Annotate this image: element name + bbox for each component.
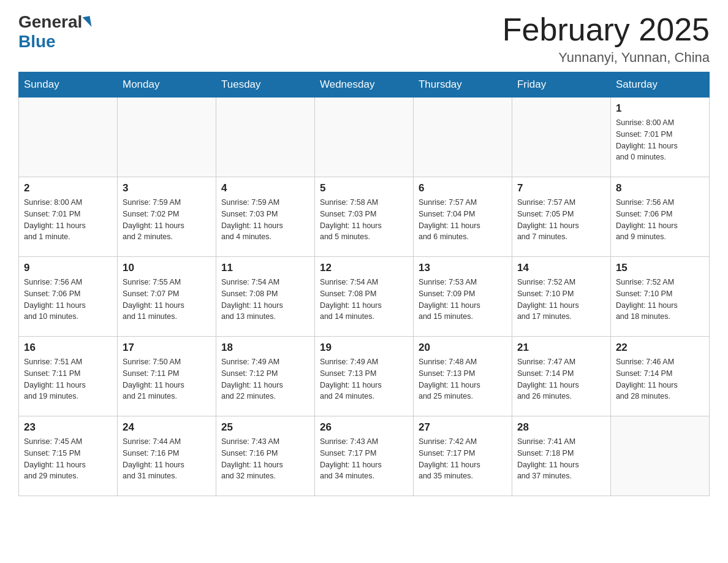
logo-blue-text: Blue — [18, 32, 56, 52]
title-block: February 2025 Yunnanyi, Yunnan, China — [502, 12, 710, 66]
calendar-cell: 10Sunrise: 7:55 AMSunset: 7:07 PMDayligh… — [117, 257, 216, 337]
day-info: Sunrise: 7:42 AMSunset: 7:17 PMDaylight:… — [419, 436, 507, 482]
day-info: Sunrise: 7:44 AMSunset: 7:16 PMDaylight:… — [123, 436, 211, 482]
day-number: 24 — [123, 421, 211, 434]
day-info: Sunrise: 7:58 AMSunset: 7:03 PMDaylight:… — [320, 197, 408, 243]
calendar-cell: 1Sunrise: 8:00 AMSunset: 7:01 PMDaylight… — [610, 98, 709, 177]
calendar-cell: 15Sunrise: 7:52 AMSunset: 7:10 PMDayligh… — [610, 257, 709, 337]
day-number: 1 — [616, 102, 704, 115]
calendar-cell: 13Sunrise: 7:53 AMSunset: 7:09 PMDayligh… — [413, 257, 512, 337]
calendar-cell: 27Sunrise: 7:42 AMSunset: 7:17 PMDayligh… — [413, 416, 512, 496]
logo: General Blue — [18, 12, 92, 52]
calendar-cell: 8Sunrise: 7:56 AMSunset: 7:06 PMDaylight… — [610, 177, 709, 257]
day-info: Sunrise: 7:57 AMSunset: 7:05 PMDaylight:… — [517, 197, 605, 243]
calendar-cell: 3Sunrise: 7:59 AMSunset: 7:02 PMDaylight… — [117, 177, 216, 257]
day-info: Sunrise: 7:46 AMSunset: 7:14 PMDaylight:… — [616, 356, 704, 402]
day-number: 15 — [616, 262, 704, 274]
calendar-cell — [216, 98, 314, 177]
day-number: 7 — [517, 182, 605, 194]
day-info: Sunrise: 7:56 AMSunset: 7:06 PMDaylight:… — [616, 197, 704, 243]
day-info: Sunrise: 7:51 AMSunset: 7:11 PMDaylight:… — [24, 356, 112, 402]
calendar-cell: 18Sunrise: 7:49 AMSunset: 7:12 PMDayligh… — [216, 337, 314, 416]
day-number: 17 — [123, 342, 211, 354]
calendar-cell: 25Sunrise: 7:43 AMSunset: 7:16 PMDayligh… — [216, 416, 314, 496]
calendar-week-row: 1Sunrise: 8:00 AMSunset: 7:01 PMDaylight… — [19, 98, 710, 177]
day-info: Sunrise: 7:56 AMSunset: 7:06 PMDaylight:… — [24, 277, 112, 323]
calendar-cell: 20Sunrise: 7:48 AMSunset: 7:13 PMDayligh… — [413, 337, 512, 416]
column-header-saturday: Saturday — [610, 72, 709, 98]
column-header-wednesday: Wednesday — [314, 72, 413, 98]
day-info: Sunrise: 7:55 AMSunset: 7:07 PMDaylight:… — [123, 277, 211, 323]
day-info: Sunrise: 7:49 AMSunset: 7:13 PMDaylight:… — [320, 356, 408, 402]
calendar-cell: 16Sunrise: 7:51 AMSunset: 7:11 PMDayligh… — [19, 337, 118, 416]
day-info: Sunrise: 8:00 AMSunset: 7:01 PMDaylight:… — [24, 197, 112, 243]
day-number: 13 — [419, 262, 507, 274]
day-info: Sunrise: 7:57 AMSunset: 7:04 PMDaylight:… — [419, 197, 507, 243]
calendar-cell: 21Sunrise: 7:47 AMSunset: 7:14 PMDayligh… — [512, 337, 610, 416]
day-info: Sunrise: 8:00 AMSunset: 7:01 PMDaylight:… — [616, 117, 704, 163]
day-info: Sunrise: 7:54 AMSunset: 7:08 PMDaylight:… — [320, 277, 408, 323]
day-info: Sunrise: 7:48 AMSunset: 7:13 PMDaylight:… — [419, 356, 507, 402]
column-header-tuesday: Tuesday — [216, 72, 314, 98]
calendar-week-row: 9Sunrise: 7:56 AMSunset: 7:06 PMDaylight… — [19, 257, 710, 337]
day-number: 18 — [221, 342, 309, 354]
day-info: Sunrise: 7:50 AMSunset: 7:11 PMDaylight:… — [123, 356, 211, 402]
calendar-cell — [610, 416, 709, 496]
day-info: Sunrise: 7:41 AMSunset: 7:18 PMDaylight:… — [517, 436, 605, 482]
calendar-cell: 6Sunrise: 7:57 AMSunset: 7:04 PMDaylight… — [413, 177, 512, 257]
day-info: Sunrise: 7:49 AMSunset: 7:12 PMDaylight:… — [221, 356, 309, 402]
day-number: 28 — [517, 421, 605, 434]
day-number: 21 — [517, 342, 605, 354]
day-number: 3 — [123, 182, 211, 194]
day-number: 26 — [320, 421, 408, 434]
page-header: General Blue February 2025 Yunnanyi, Yun… — [18, 12, 710, 66]
logo-arrow-icon — [83, 16, 92, 28]
calendar-cell: 11Sunrise: 7:54 AMSunset: 7:08 PMDayligh… — [216, 257, 314, 337]
column-header-friday: Friday — [512, 72, 610, 98]
calendar-cell: 14Sunrise: 7:52 AMSunset: 7:10 PMDayligh… — [512, 257, 610, 337]
day-number: 9 — [24, 262, 112, 274]
day-number: 23 — [24, 421, 112, 434]
calendar-cell — [512, 98, 610, 177]
day-info: Sunrise: 7:59 AMSunset: 7:02 PMDaylight:… — [123, 197, 211, 243]
day-number: 2 — [24, 182, 112, 194]
day-info: Sunrise: 7:52 AMSunset: 7:10 PMDaylight:… — [616, 277, 704, 323]
day-info: Sunrise: 7:43 AMSunset: 7:17 PMDaylight:… — [320, 436, 408, 482]
calendar-cell: 28Sunrise: 7:41 AMSunset: 7:18 PMDayligh… — [512, 416, 610, 496]
calendar-cell: 9Sunrise: 7:56 AMSunset: 7:06 PMDaylight… — [19, 257, 118, 337]
day-info: Sunrise: 7:43 AMSunset: 7:16 PMDaylight:… — [221, 436, 309, 482]
calendar-cell: 17Sunrise: 7:50 AMSunset: 7:11 PMDayligh… — [117, 337, 216, 416]
calendar-table: SundayMondayTuesdayWednesdayThursdayFrid… — [18, 72, 710, 496]
column-header-monday: Monday — [117, 72, 216, 98]
day-number: 22 — [616, 342, 704, 354]
day-number: 19 — [320, 342, 408, 354]
day-number: 20 — [419, 342, 507, 354]
calendar-cell — [117, 98, 216, 177]
month-title: February 2025 — [502, 12, 710, 47]
day-number: 16 — [24, 342, 112, 354]
calendar-week-row: 16Sunrise: 7:51 AMSunset: 7:11 PMDayligh… — [19, 337, 710, 416]
day-info: Sunrise: 7:54 AMSunset: 7:08 PMDaylight:… — [221, 277, 309, 323]
calendar-cell: 7Sunrise: 7:57 AMSunset: 7:05 PMDaylight… — [512, 177, 610, 257]
calendar-cell — [413, 98, 512, 177]
day-number: 10 — [123, 262, 211, 274]
location: Yunnanyi, Yunnan, China — [502, 50, 710, 66]
day-number: 6 — [419, 182, 507, 194]
calendar-week-row: 2Sunrise: 8:00 AMSunset: 7:01 PMDaylight… — [19, 177, 710, 257]
calendar-cell: 23Sunrise: 7:45 AMSunset: 7:15 PMDayligh… — [19, 416, 118, 496]
calendar-cell: 4Sunrise: 7:59 AMSunset: 7:03 PMDaylight… — [216, 177, 314, 257]
column-header-thursday: Thursday — [413, 72, 512, 98]
column-header-sunday: Sunday — [19, 72, 118, 98]
day-number: 12 — [320, 262, 408, 274]
day-number: 4 — [221, 182, 309, 194]
calendar-week-row: 23Sunrise: 7:45 AMSunset: 7:15 PMDayligh… — [19, 416, 710, 496]
day-number: 5 — [320, 182, 408, 194]
day-number: 8 — [616, 182, 704, 194]
calendar-cell: 26Sunrise: 7:43 AMSunset: 7:17 PMDayligh… — [314, 416, 413, 496]
calendar-cell: 24Sunrise: 7:44 AMSunset: 7:16 PMDayligh… — [117, 416, 216, 496]
logo-general-text: General — [18, 12, 82, 32]
calendar-cell — [314, 98, 413, 177]
calendar-cell — [19, 98, 118, 177]
day-number: 27 — [419, 421, 507, 434]
day-info: Sunrise: 7:52 AMSunset: 7:10 PMDaylight:… — [517, 277, 605, 323]
